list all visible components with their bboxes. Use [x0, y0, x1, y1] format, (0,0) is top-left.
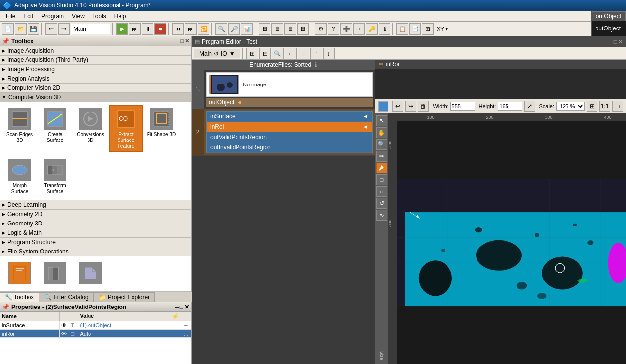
editor-tool1[interactable]: ⊞	[246, 48, 258, 59]
toolbox-cat-filesystem[interactable]: ▶ File System Operations	[0, 247, 191, 256]
transform-surface-tool[interactable]: ↔ Transform Surface	[38, 156, 72, 197]
toolbox-cat-geo3d[interactable]: ▶ Geometry 3D	[0, 219, 191, 228]
loop-button[interactable]: 🔁	[198, 23, 209, 35]
fit-shape-3d-tool[interactable]: Fit Shape 3D	[145, 105, 178, 152]
eraser-tool[interactable]: ✏	[376, 151, 387, 162]
dropdown-outinvalid[interactable]: outInvalidPointsRegion	[207, 142, 372, 153]
zoom-tool[interactable]: 🔍	[376, 139, 387, 150]
toolbox-cat-program[interactable]: ▶ Program Structure	[0, 238, 191, 247]
editor-nav-up[interactable]: ↑	[310, 48, 322, 59]
dropdown-inroi[interactable]: inRoi ◄	[207, 122, 372, 132]
img-undo-button[interactable]: ↩	[392, 101, 403, 112]
toolbox-cat-image-acq-3p[interactable]: ▶ Image Acquisition (Third Party)	[0, 56, 191, 65]
new-button[interactable]: 📄	[2, 23, 14, 35]
file-tool-2[interactable]	[38, 259, 72, 288]
add-button[interactable]: ➕	[340, 23, 352, 35]
monitor2-button[interactable]: 🖥	[271, 23, 283, 35]
toolbox-cat-geo2d[interactable]: ▶ Geometry 2D	[0, 210, 191, 219]
props-pin-icon[interactable]: 📌	[2, 304, 9, 310]
menu-program[interactable]: Program	[37, 12, 68, 21]
toolbox-cat-image-acq[interactable]: ▶ Image Acquisition	[0, 46, 191, 56]
info-button[interactable]: ℹ	[379, 23, 390, 35]
editor-float-button[interactable]: □	[614, 38, 617, 45]
zoom-in-button[interactable]: 🔍	[215, 23, 227, 35]
toolbox-cat-cv2d[interactable]: ▶ Computer Vision 2D	[0, 84, 191, 93]
editor-search[interactable]: 🔍	[272, 48, 284, 59]
editor-nav-back[interactable]: ←	[285, 48, 297, 59]
dropdown-insurface[interactable]: inSurface ◄	[207, 112, 372, 122]
monitor1-button[interactable]: 🖥	[259, 23, 270, 35]
menu-help[interactable]: Help	[110, 12, 130, 21]
file-tool-1[interactable]	[3, 259, 36, 288]
props-float-button[interactable]: □	[180, 304, 183, 310]
img-resize-button[interactable]: ⤢	[524, 101, 535, 112]
toolbox-float-button[interactable]: □	[180, 38, 184, 44]
props-link-insurface[interactable]: →	[181, 321, 191, 330]
node-1-output[interactable]: outObject ◄	[206, 98, 373, 107]
circle-tool[interactable]: ○	[376, 186, 387, 197]
height-input[interactable]	[498, 102, 522, 111]
img-redo-button[interactable]: ↪	[405, 101, 416, 112]
skip-forward-button[interactable]: ⏭	[185, 23, 197, 35]
layers-button[interactable]: 📑	[409, 23, 421, 35]
menu-file[interactable]: File	[2, 12, 19, 21]
img-trash-button[interactable]: 🗑	[418, 101, 429, 112]
play-button[interactable]: ▶	[116, 23, 128, 35]
file-tool-3[interactable]	[74, 259, 107, 288]
editor-nav-forward[interactable]: →	[298, 48, 309, 59]
open-button[interactable]: 📂	[15, 23, 27, 35]
skip-back-button[interactable]: ⏮	[172, 23, 184, 35]
main-dropdown[interactable]: Main	[71, 24, 110, 34]
properties-button[interactable]: 🔑	[366, 23, 378, 35]
width-input[interactable]	[450, 102, 475, 111]
settings-button[interactable]: ⚙	[315, 23, 327, 35]
copy-button[interactable]: 📋	[396, 23, 408, 35]
props-row-inroi[interactable]: inRoi 👁 □ Auto …	[0, 330, 191, 338]
zoom-out-button[interactable]: 🔎	[228, 23, 240, 35]
pan-tool[interactable]: ✋	[376, 127, 387, 138]
monitor3-button[interactable]: 🖥	[284, 23, 296, 35]
editor-tool2[interactable]: ⊟	[259, 48, 271, 59]
img-zoom-1-button[interactable]: 1:1	[599, 101, 610, 112]
toolbox-cat-region[interactable]: ▶ Region Analysis	[0, 74, 191, 84]
cursor-tool[interactable]: ↖	[376, 115, 387, 126]
menu-view[interactable]: View	[68, 12, 89, 21]
conversions-3d-tool[interactable]: Conversions 3D	[74, 105, 107, 152]
toolbox-cat-cv3d[interactable]: ▼ Computer Vision 3D	[0, 93, 191, 102]
redo-button[interactable]: ↪	[58, 23, 70, 35]
main-io-selector[interactable]: Main ↺ IO ▼	[194, 49, 240, 58]
props-close-button[interactable]: ✕	[184, 304, 189, 310]
step-forward-button[interactable]: ⏭	[129, 23, 141, 35]
save-button[interactable]: 💾	[28, 23, 39, 35]
stop-button[interactable]: ■	[154, 23, 166, 35]
morph-surface-tool[interactable]: Morph Surface	[3, 156, 36, 197]
props-eye-insurface[interactable]: 👁	[59, 321, 69, 330]
img-zoom-out-button[interactable]: □	[612, 101, 623, 112]
transform-tool[interactable]: ∿	[376, 210, 387, 221]
toolbox-pin-icon[interactable]: 📌	[2, 38, 9, 45]
chart-button[interactable]: 📊	[241, 23, 253, 35]
toolbox-pin-button[interactable]: ─	[176, 38, 180, 44]
grid-button[interactable]: ⊞	[422, 23, 434, 35]
toolbox-cat-deep[interactable]: ▶ Deep Learning	[0, 200, 191, 210]
pause-button[interactable]: ⏸	[142, 23, 153, 35]
rect-tool[interactable]: □	[376, 174, 387, 185]
color-square[interactable]	[378, 101, 388, 112]
editor-pin-button[interactable]: ─	[608, 38, 613, 45]
props-eye-inroi[interactable]: 👁	[59, 330, 69, 338]
props-lightning[interactable]: ⚡	[172, 313, 179, 320]
menu-edit[interactable]: Edit	[19, 12, 37, 21]
editor-nav-down[interactable]: ↓	[323, 48, 335, 59]
enumerate-info-icon[interactable]: ℹ	[315, 61, 317, 68]
menu-tools[interactable]: Tools	[89, 12, 110, 21]
dropdown-outvalid[interactable]: outValidPointsRegion	[207, 132, 372, 142]
props-pin-button[interactable]: ─	[175, 304, 179, 310]
toolbox-close-button[interactable]: ✕	[185, 38, 189, 44]
project-explorer-tab[interactable]: 📁 Project Explorer	[94, 292, 155, 302]
props-more-inroi[interactable]: …	[181, 330, 191, 338]
scale-select[interactable]: 125 % 100 % 75 % 50 %	[556, 102, 585, 111]
toolbox-tab[interactable]: 🔧 Toolbox	[0, 292, 39, 302]
toolbox-cat-image-proc[interactable]: ▶ Image Processing	[0, 65, 191, 74]
filter-catalog-tab[interactable]: 🔍 Filter Catalog	[39, 292, 93, 302]
create-surface-tool[interactable]: Create Surface	[38, 105, 72, 152]
